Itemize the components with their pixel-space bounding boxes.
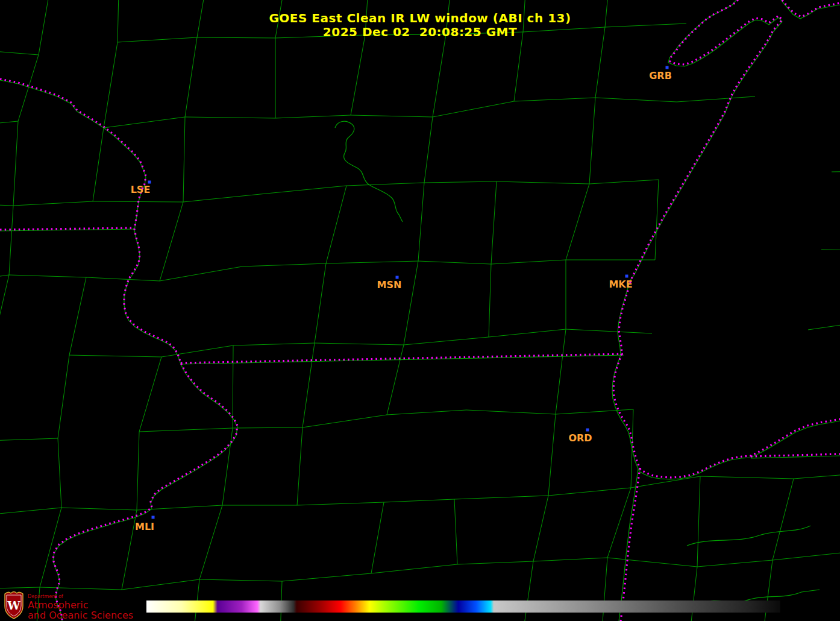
uw-aos-logo: W Department of Atmospheric and Oceanic … xyxy=(4,590,133,620)
station-dot-ord[interactable] xyxy=(586,429,589,432)
logo-line-1: Atmospheric xyxy=(28,601,133,610)
county-grid-lines xyxy=(0,0,840,621)
station-label-mli: MLI xyxy=(135,521,154,532)
station-dot-msn[interactable] xyxy=(396,276,399,279)
state-line-green-ilin xyxy=(619,469,638,621)
mississippi-river-border xyxy=(0,79,237,621)
station-dot-mke[interactable] xyxy=(625,275,628,278)
station-dot-grb[interactable] xyxy=(666,66,669,69)
logo-dept-label: Department of xyxy=(28,594,133,599)
satellite-map-viewer: LSEGRBMSNMKEORDMLI GOES East Clean IR LW… xyxy=(0,0,840,621)
station-label-grb: GRB xyxy=(649,70,672,81)
state-line-green-in xyxy=(751,456,840,458)
logo-text: Department of Atmospheric and Oceanic Sc… xyxy=(28,590,133,620)
lake-michigan-shoreline xyxy=(613,0,840,478)
station-label-mke: MKE xyxy=(609,279,632,290)
rock-river-green xyxy=(687,526,810,546)
wisconsin-river-green xyxy=(335,121,403,222)
station-markers: LSEGRBMSNMKEORDMLI xyxy=(131,66,672,533)
county-boundaries xyxy=(0,0,840,621)
uw-crest-icon: W xyxy=(4,590,24,620)
lake-michigan-shoreline-green xyxy=(612,0,840,479)
page-title: GOES East Clean IR LW window (ABI ch 13)… xyxy=(0,11,840,39)
station-label-lse: LSE xyxy=(131,184,151,195)
state-line-green-mnia xyxy=(0,229,134,231)
crest-letter: W xyxy=(7,599,20,612)
station-dot-mli[interactable] xyxy=(152,516,155,519)
state-line-green-wiil xyxy=(181,355,624,364)
green-coast-and-rivers xyxy=(0,0,840,621)
station-label-msn: MSN xyxy=(377,279,402,291)
map-canvas[interactable]: LSEGRBMSNMKEORDMLI xyxy=(0,0,840,621)
state-borders xyxy=(0,0,840,621)
logo-line-2: and Oceanic Sciences xyxy=(28,611,133,620)
wisconsin-illinois-border xyxy=(181,354,624,363)
title-line-2: 2025 Dec 02 20:08:25 GMT xyxy=(323,25,517,39)
title-line-1: GOES East Clean IR LW window (ABI ch 13) xyxy=(269,11,571,25)
station-label-ord: ORD xyxy=(568,432,592,444)
station-dot-lse[interactable] xyxy=(148,181,151,184)
illinois-indiana-border xyxy=(621,468,640,621)
ir-colorbar xyxy=(146,601,780,613)
